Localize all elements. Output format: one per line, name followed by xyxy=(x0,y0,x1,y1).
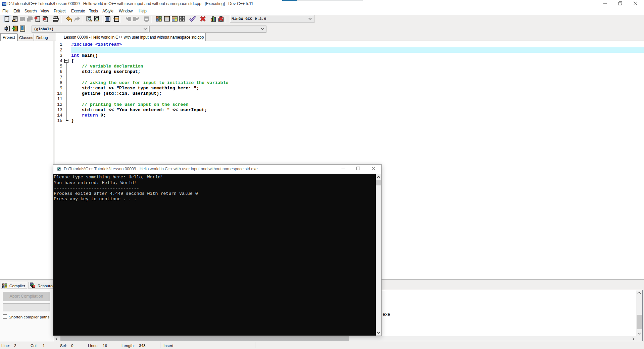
svg-text:DEV: DEV xyxy=(3,3,6,4)
